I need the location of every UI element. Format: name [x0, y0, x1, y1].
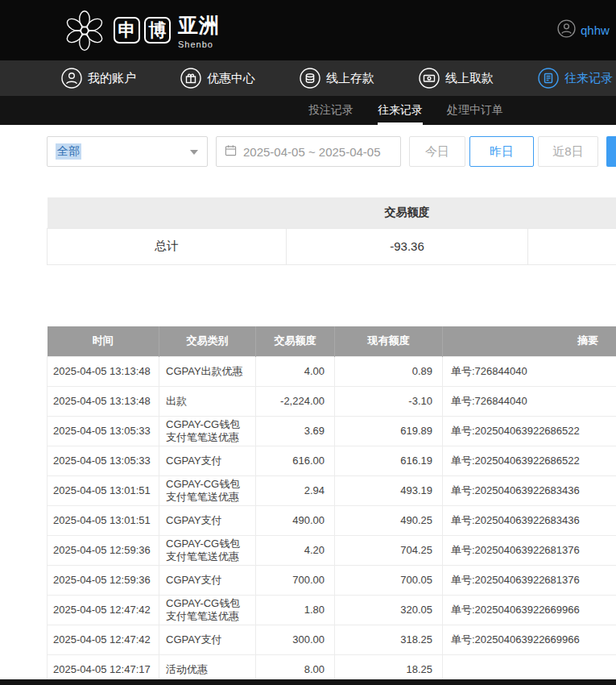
logo-subtitle: Shenbo	[178, 39, 220, 49]
cell-summary: 单号:202504063922686522	[443, 446, 616, 476]
date-range-value: 2025-04-05 ~ 2025-04-05	[243, 145, 381, 159]
nav-label: 线上取款	[445, 71, 494, 86]
withdraw-banknote-icon	[419, 68, 440, 89]
cell-time: 2025-04-05 13:05:33	[48, 417, 159, 446]
nav-item-withdraw[interactable]: 线上取款	[419, 68, 494, 89]
cell-type: CGPAY-CG钱包支付笔笔送优惠	[159, 596, 256, 625]
nav-item-deposit[interactable]: 线上存款	[300, 68, 374, 89]
cell-type: CGPAY出款优惠	[159, 357, 256, 387]
nav-item-promotions[interactable]: 优惠中心	[180, 68, 255, 89]
cell-balance: 490.25	[335, 506, 443, 536]
table-row[interactable]: 2025-04-05 12:47:42 CGPAY支付 300.00 318.2…	[48, 625, 616, 655]
summary-empty-cell	[528, 228, 616, 264]
deposit-coins-icon	[300, 68, 320, 89]
table-row[interactable]: 2025-04-05 13:05:33 CGPAY支付 616.00 616.1…	[48, 446, 616, 476]
gift-icon	[180, 68, 201, 89]
cell-time: 2025-04-05 13:05:33	[48, 446, 159, 476]
cell-summary: 单号:202504063922669966	[443, 625, 616, 655]
user-account[interactable]: qhhw	[557, 0, 610, 60]
cell-balance: 704.25	[335, 536, 443, 566]
nav-item-my-account[interactable]: 我的账户	[61, 68, 136, 89]
cell-summary: 单号:202504063922683436	[443, 476, 616, 506]
yesterday-button[interactable]: 昨日	[469, 136, 534, 167]
cell-amount: 300.00	[256, 625, 335, 655]
cell-type: CGPAY支付	[159, 566, 256, 596]
cell-balance: 700.05	[335, 566, 443, 596]
summary-table: 交易额度 总计 -93.36	[47, 197, 616, 265]
cell-balance: 0.89	[335, 357, 443, 387]
table-row[interactable]: 2025-04-05 13:01:51 CGPAY支付 490.00 490.2…	[48, 506, 616, 536]
cell-balance: 619.89	[335, 417, 443, 446]
logo-characters: 申 博	[114, 17, 171, 44]
type-select[interactable]: 全部	[47, 136, 208, 167]
records-body: 2025-04-05 13:13:48 CGPAY出款优惠 4.00 0.89 …	[48, 357, 616, 685]
table-row[interactable]: 2025-04-05 13:05:33 CGPAY-CG钱包支付笔笔送优惠 3.…	[48, 417, 616, 446]
filter-bar: 全部 2025-04-05 ~ 2025-04-05 今日 昨日 近8日	[47, 136, 616, 167]
cell-balance: 616.19	[335, 446, 443, 476]
cell-amount: 616.00	[256, 446, 335, 476]
cell-time: 2025-04-05 13:01:51	[48, 506, 159, 536]
cell-summary: 单号:726844040	[443, 387, 616, 417]
cell-time: 2025-04-05 12:47:42	[48, 625, 159, 655]
cell-summary: 单号:202504063922681376	[443, 566, 616, 596]
nav-label: 我的账户	[88, 71, 136, 86]
footer-bar	[0, 679, 616, 685]
summary-total-value: -93.36	[287, 228, 528, 264]
cell-type: 出款	[159, 387, 256, 417]
records-document-icon	[538, 68, 559, 89]
cell-type: CGPAY支付	[159, 506, 256, 536]
cell-type: CGPAY-CG钱包支付笔笔送优惠	[159, 417, 256, 446]
cell-amount: 1.80	[256, 596, 335, 625]
table-row[interactable]: 2025-04-05 12:59:36 CGPAY-CG钱包支付笔笔送优惠 4.…	[48, 536, 616, 566]
tab-transaction-records[interactable]: 往来记录	[378, 96, 423, 125]
search-button[interactable]	[606, 136, 616, 167]
last-8-days-button[interactable]: 近8日	[538, 136, 598, 167]
today-button[interactable]: 今日	[409, 136, 465, 167]
cell-time: 2025-04-05 13:13:48	[48, 357, 159, 387]
cell-time: 2025-04-05 12:47:42	[48, 596, 159, 625]
cell-amount: 4.00	[256, 357, 335, 387]
nav-label: 线上存款	[326, 71, 374, 86]
table-row[interactable]: 2025-04-05 13:13:48 CGPAY出款优惠 4.00 0.89 …	[48, 357, 616, 387]
cell-type: CGPAY支付	[159, 625, 256, 655]
cell-balance: 493.19	[335, 476, 443, 506]
logo-text: 亚洲 Shenbo	[178, 12, 220, 49]
top-header: 申 博 亚洲 Shenbo qhhw	[0, 0, 616, 60]
summary-total-label: 总计	[48, 228, 287, 264]
logo[interactable]: 申 博 亚洲 Shenbo	[63, 9, 220, 52]
calendar-icon	[225, 144, 237, 159]
table-row[interactable]: 2025-04-05 12:47:42 CGPAY-CG钱包支付笔笔送优惠 1.…	[48, 596, 616, 625]
table-row[interactable]: 2025-04-05 12:59:36 CGPAY支付 700.00 700.0…	[48, 566, 616, 596]
nav-label: 优惠中心	[207, 71, 255, 86]
cell-type: CGPAY支付	[159, 446, 256, 476]
main-nav: 我的账户 优惠中心 线上存款 线上取款	[0, 60, 616, 96]
date-range-input[interactable]: 2025-04-05 ~ 2025-04-05	[216, 136, 401, 167]
cell-balance: -3.10	[335, 387, 443, 417]
table-row[interactable]: 2025-04-05 13:01:51 CGPAY-CG钱包支付笔笔送优惠 2.…	[48, 476, 616, 506]
col-balance: 现有额度	[335, 326, 443, 357]
cell-type: CGPAY-CG钱包支付笔笔送优惠	[159, 476, 256, 506]
cell-time: 2025-04-05 13:13:48	[48, 387, 159, 417]
cell-balance: 318.25	[335, 625, 443, 655]
col-time: 时间	[48, 326, 159, 357]
summary-header-row: 交易额度	[48, 197, 616, 228]
sub-nav: 投注记录 往来记录 处理中订单	[0, 96, 616, 125]
summary-total-row: 总计 -93.36	[48, 228, 616, 264]
nav-item-records[interactable]: 往来记录	[538, 68, 613, 89]
logo-suffix: 亚洲	[178, 12, 220, 39]
cell-amount: -2,224.00	[256, 387, 335, 417]
table-row[interactable]: 2025-04-05 13:13:48 出款 -2,224.00 -3.10 单…	[48, 387, 616, 417]
cell-time: 2025-04-05 12:59:36	[48, 566, 159, 596]
username: qhhw	[581, 23, 610, 37]
cell-amount: 490.00	[256, 506, 335, 536]
summary-header-empty	[48, 197, 287, 228]
cell-summary: 单号:726844040	[443, 357, 616, 387]
records-table: 时间 交易类别 交易额度 现有额度 摘要 2025-04-05 13:13:48…	[47, 326, 616, 685]
tab-betting-records[interactable]: 投注记录	[308, 96, 353, 125]
col-summary: 摘要	[443, 326, 616, 357]
nav-label: 往来记录	[564, 71, 613, 86]
tab-processing-orders[interactable]: 处理中订单	[447, 96, 503, 125]
chevron-down-icon	[190, 150, 198, 155]
logo-char-bo: 博	[144, 17, 171, 44]
logo-char-shen: 申	[114, 17, 140, 44]
